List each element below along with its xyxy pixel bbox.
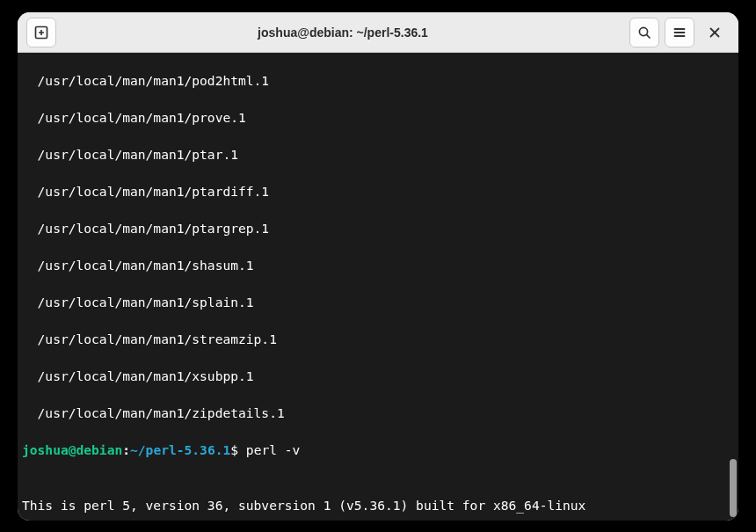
terminal-viewport[interactable]: /usr/local/man/man1/pod2html.1 /usr/loca… — [18, 53, 738, 521]
menu-button[interactable] — [665, 18, 694, 47]
scrollbar-track[interactable] — [728, 55, 737, 519]
prompt-line: joshua@debian:~/perl-5.36.1$ perl -v — [18, 441, 738, 459]
titlebar: joshua@debian: ~/perl-5.36.1 — [18, 12, 738, 53]
prompt-path: ~/perl-5.36.1 — [130, 442, 230, 457]
scrollbar-thumb[interactable] — [730, 459, 737, 517]
output-line: /usr/local/man/man1/zipdetails.1 — [18, 404, 738, 422]
plus-box-icon — [34, 26, 48, 40]
output-line: /usr/local/man/man1/ptargrep.1 — [18, 219, 738, 237]
output-line: /usr/local/man/man1/ptardiff.1 — [18, 182, 738, 200]
titlebar-right-group — [627, 18, 732, 47]
terminal-window: joshua@debian: ~/perl-5.36.1 — [18, 12, 738, 521]
output-line: /usr/local/man/man1/streamzip.1 — [18, 330, 738, 348]
search-icon — [637, 26, 651, 40]
output-line: /usr/local/man/man1/splain.1 — [18, 293, 738, 311]
search-button[interactable] — [629, 18, 659, 47]
close-icon — [709, 26, 721, 39]
hamburger-icon — [672, 26, 687, 40]
output-line: /usr/local/man/man1/prove.1 — [18, 108, 738, 127]
prompt-colon: : — [122, 442, 130, 457]
output-line: This is perl 5, version 36, subversion 1… — [18, 496, 738, 514]
prompt-symbol: $ — [230, 442, 238, 457]
command-text: perl -v — [238, 442, 300, 457]
output-line: /usr/local/man/man1/ptar.1 — [18, 145, 738, 164]
close-button[interactable] — [700, 18, 730, 47]
window-title: joshua@debian: ~/perl-5.36.1 — [59, 26, 627, 40]
prompt-host: debian — [76, 442, 123, 457]
new-tab-button[interactable] — [26, 18, 56, 47]
output-line: /usr/local/man/man1/xsubpp.1 — [18, 367, 738, 385]
terminal-content[interactable]: /usr/local/man/man1/pod2html.1 /usr/loca… — [18, 53, 738, 521]
prompt-user: joshua — [22, 442, 69, 457]
output-line: /usr/local/man/man1/shasum.1 — [18, 256, 738, 274]
output-line: /usr/local/man/man1/pod2html.1 — [18, 71, 738, 90]
svg-line-4 — [646, 34, 650, 38]
prompt-at: @ — [69, 442, 76, 457]
